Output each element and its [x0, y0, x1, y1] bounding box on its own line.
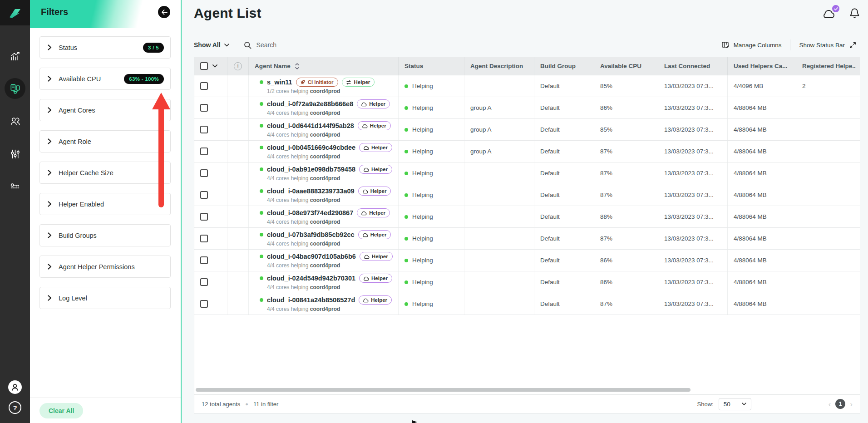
- row-checkbox[interactable]: [200, 235, 208, 242]
- filter-item-build-groups[interactable]: Build Groups: [39, 224, 171, 246]
- filter-active-badge: 63% - 100%: [124, 74, 164, 84]
- column-header-status[interactable]: Status: [399, 57, 464, 75]
- agent-name[interactable]: cloud_i-00841a24b8506527d: [267, 296, 355, 304]
- used-helpers-cell: 4/88064 MB: [728, 206, 796, 227]
- sort-icon[interactable]: [295, 63, 299, 69]
- table-row[interactable]: s_win11CI InitiatorHelper1/2 cores helpi…: [194, 75, 860, 97]
- row-checkbox[interactable]: [200, 191, 208, 199]
- alert-column-header: !: [227, 57, 249, 75]
- column-header-last-connected[interactable]: Last Connected: [658, 57, 728, 75]
- agent-name[interactable]: cloud_i-04bac907d105ab6b6: [267, 253, 356, 260]
- filter-item-agent-helper-permissions[interactable]: Agent Helper Permissions: [39, 256, 171, 278]
- show-filter-dropdown[interactable]: Show All: [194, 41, 229, 49]
- manage-columns-button[interactable]: Manage Columns: [721, 41, 782, 49]
- table-row[interactable]: cloud_i-00841a24b8506527dHelper4/4 cores…: [194, 293, 860, 315]
- table-row[interactable]: cloud_i-0f72a9a2e88b666e8Helper4/4 cores…: [194, 97, 860, 119]
- table-row[interactable]: cloud_i-0aae8883239733a09Helper4/4 cores…: [194, 184, 860, 206]
- agent-name[interactable]: cloud_i-024d549d942b70301: [267, 275, 355, 282]
- table-row[interactable]: cloud_i-07b3af9db85cb92ccHelper4/4 cores…: [194, 228, 860, 250]
- page-size-select[interactable]: 50: [719, 398, 751, 410]
- nav-agents[interactable]: [5, 78, 25, 99]
- nav-license[interactable]: [5, 176, 25, 197]
- cloud-icon: [362, 298, 369, 303]
- nav-users[interactable]: [5, 111, 25, 132]
- filter-item-log-level[interactable]: Log Level: [39, 287, 171, 309]
- filter-item-status[interactable]: Status3 / 5: [39, 36, 171, 59]
- nav-account[interactable]: [8, 380, 22, 394]
- agent-name[interactable]: cloud_i-0aae8883239733a09: [267, 187, 355, 195]
- select-all-checkbox[interactable]: [200, 62, 208, 70]
- collapse-filters-button[interactable]: [158, 6, 170, 18]
- search-input[interactable]: Search: [244, 41, 276, 49]
- build-group-cell: Default: [534, 228, 594, 249]
- row-checkbox[interactable]: [200, 213, 208, 221]
- last-connected-cell: 13/03/2023 07:3...: [658, 141, 728, 162]
- column-header-agent-description[interactable]: Agent Description: [464, 57, 534, 75]
- agents-table: !Agent NameStatusAgent DescriptionBuild …: [194, 57, 860, 413]
- nav-settings[interactable]: [5, 143, 25, 164]
- agent-name[interactable]: cloud_i-08e973f74ed290867: [267, 209, 353, 216]
- row-checkbox[interactable]: [200, 278, 208, 286]
- registered-helpers-cell: 2: [796, 75, 860, 97]
- row-checkbox[interactable]: [200, 126, 208, 133]
- agent-name[interactable]: cloud_i-07b3af9db85cb92cc: [267, 231, 355, 238]
- column-header-used-helpers-ca[interactable]: Used Helpers Ca...: [728, 57, 796, 75]
- table-row[interactable]: cloud_i-0b0451669c49cbdeeHelper4/4 cores…: [194, 141, 860, 162]
- cloud-sync-status-icon[interactable]: [821, 7, 836, 20]
- last-connected-cell: 13/03/2023 07:3...: [658, 162, 728, 184]
- build-group-cell: Default: [534, 119, 594, 140]
- table-row[interactable]: cloud_i-08e973f74ed290867Helper4/4 cores…: [194, 206, 860, 228]
- search-icon: [244, 41, 252, 49]
- filters-header: Filters: [30, 0, 181, 28]
- filter-item-helper-cache-size[interactable]: Helper Cache Size: [39, 162, 171, 184]
- row-alert-cell: [227, 97, 249, 118]
- column-header-available-cpu[interactable]: Available CPU: [594, 57, 658, 75]
- agent-cores-subtext: 4/4 cores helping coord4prod: [260, 132, 340, 138]
- table-row[interactable]: cloud_i-0ab91e098db759458Helper4/4 cores…: [194, 162, 860, 184]
- status-cell: Helping: [399, 293, 464, 315]
- show-status-bar-button[interactable]: Show Status Bar: [799, 41, 857, 49]
- build-group-cell: Default: [534, 141, 594, 162]
- agent-name[interactable]: cloud_i-0ab91e098db759458: [267, 166, 355, 173]
- next-page-button[interactable]: ›: [850, 400, 853, 408]
- filter-item-helper-enabled[interactable]: Helper Enabled: [39, 193, 171, 215]
- agent-name[interactable]: cloud_i-0f72a9a2e88b666e8: [267, 100, 353, 108]
- previous-page-button[interactable]: ‹: [829, 400, 831, 408]
- filter-label: Log Level: [59, 295, 87, 302]
- table-row[interactable]: cloud_i-0d6441d144f95ab28Helper4/4 cores…: [194, 119, 860, 141]
- main-content: Agent List Show All Search: [182, 0, 868, 423]
- row-checkbox[interactable]: [200, 82, 208, 90]
- chevron-down-icon[interactable]: [212, 64, 217, 68]
- row-alert-cell: [227, 228, 249, 249]
- agent-name[interactable]: cloud_i-0d6441d144f95ab28: [267, 122, 354, 129]
- table-row[interactable]: cloud_i-04bac907d105ab6b6Helper4/4 cores…: [194, 250, 860, 271]
- row-checkbox[interactable]: [200, 104, 208, 112]
- horizontal-scrollbar[interactable]: [196, 388, 690, 392]
- current-page-indicator[interactable]: 1: [835, 399, 845, 409]
- filter-item-agent-role[interactable]: Agent Role: [39, 130, 171, 152]
- column-header-build-group[interactable]: Build Group: [534, 57, 594, 75]
- available-cpu-cell: 87%: [594, 293, 658, 315]
- row-checkbox[interactable]: [200, 148, 208, 155]
- nav-dashboard[interactable]: [5, 45, 25, 66]
- agent-name[interactable]: s_win11: [267, 79, 292, 86]
- description-cell: [464, 250, 534, 271]
- column-header-agent-name[interactable]: Agent Name: [249, 57, 399, 75]
- row-checkbox[interactable]: [200, 169, 208, 177]
- column-header-registered-helpe[interactable]: Registered Helpe..: [796, 57, 860, 75]
- notifications-bell-icon[interactable]: [849, 7, 860, 20]
- filters-footer: Clear All: [30, 398, 181, 423]
- chevron-right-icon: [48, 264, 52, 270]
- filter-item-available-cpu[interactable]: Available CPU63% - 100%: [39, 68, 171, 90]
- nav-help[interactable]: ?: [9, 401, 21, 414]
- agent-name[interactable]: cloud_i-0b0451669c49cbdee: [267, 144, 355, 151]
- clear-all-button[interactable]: Clear All: [39, 403, 83, 418]
- row-checkbox[interactable]: [200, 256, 208, 264]
- available-cpu-cell: 87%: [594, 184, 658, 206]
- filter-item-agent-cores[interactable]: Agent Cores: [39, 99, 171, 121]
- app-logo[interactable]: [0, 0, 30, 25]
- row-checkbox[interactable]: [200, 300, 208, 308]
- rocket-icon: [300, 79, 306, 85]
- chevron-right-icon: [48, 76, 52, 82]
- table-row[interactable]: cloud_i-024d549d942b70301Helper4/4 cores…: [194, 271, 860, 293]
